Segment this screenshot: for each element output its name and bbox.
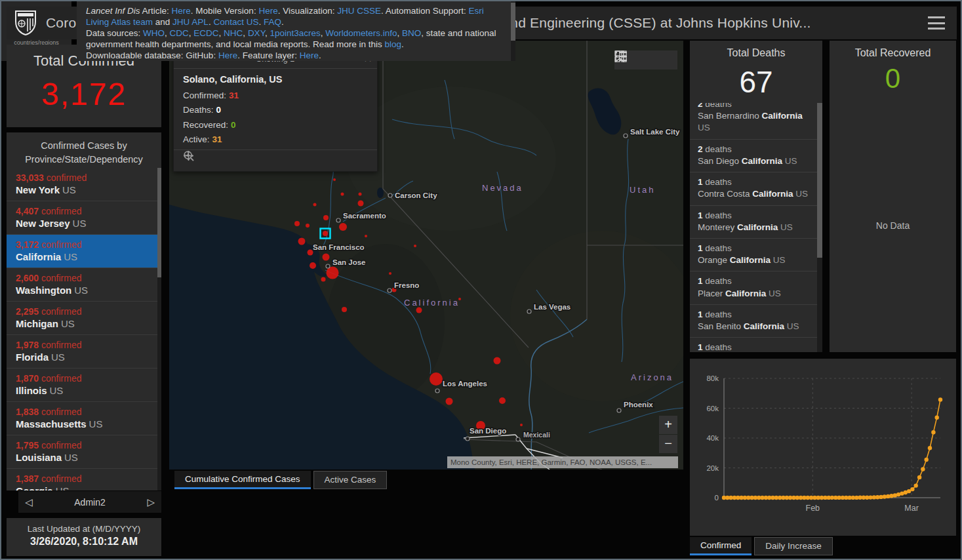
city-dot (336, 218, 340, 222)
total-deaths-panel: Total Deaths 67 2 deathsSan Bernardino C… (690, 41, 822, 352)
no-data-label: No Data (830, 220, 956, 231)
case-dot[interactable] (333, 178, 336, 181)
case-dot[interactable] (414, 245, 416, 247)
city-label: San Jose (332, 258, 366, 266)
footer-text-segment: Downloadable database: GitHub: (86, 50, 218, 60)
svg-text:80k: 80k (706, 374, 719, 382)
chart-tab-daily-increase[interactable]: Daily Increase (754, 537, 833, 555)
deaths-list-item[interactable]: 1 deathsOrange California US (690, 239, 817, 271)
city-label: Carson City (395, 191, 437, 199)
case-dot[interactable] (358, 201, 364, 207)
chart-tab-confirmed[interactable]: Confirmed (690, 537, 752, 555)
confirmed-list-item[interactable]: 2,600confirmedWashingtonUS (7, 268, 157, 302)
case-dot[interactable] (416, 308, 422, 313)
city-dot (516, 437, 520, 441)
confirmed-cases-panel: Confirmed Cases by Province/State/Depend… (7, 132, 161, 490)
case-dot[interactable] (323, 215, 329, 220)
case-dot[interactable] (339, 223, 347, 231)
popup-footer (174, 150, 377, 171)
chart-tabs: ConfirmedDaily Increase (690, 537, 835, 555)
deaths-list-item[interactable]: 1 deathsPlacer California US (690, 271, 817, 304)
footer-link[interactable]: CDC (170, 28, 189, 38)
zoom-to-icon[interactable] (183, 150, 195, 162)
state-label: California (404, 298, 460, 308)
city-dot (388, 289, 391, 292)
deaths-list-item[interactable]: 2 deathsSan Bernardino California US (690, 103, 817, 140)
total-recovered-value: 0 (830, 63, 956, 94)
zoom-out-button[interactable]: − (659, 435, 677, 453)
footer-link[interactable]: DXY (248, 28, 265, 38)
case-dot[interactable] (323, 231, 328, 236)
case-dot[interactable] (359, 193, 362, 196)
case-dot[interactable] (341, 193, 344, 196)
popup-title: Solano, California, US (183, 74, 368, 85)
footer-link[interactable]: NHC (224, 28, 243, 38)
case-dot[interactable] (310, 262, 316, 269)
case-dot[interactable] (365, 235, 367, 237)
state-label: Arizona (631, 372, 673, 382)
footer-link[interactable]: Here (172, 6, 191, 16)
zoom-in-button[interactable]: + (659, 416, 677, 434)
footer-link[interactable]: JHU CSSE (337, 6, 381, 16)
case-dot[interactable] (389, 272, 391, 275)
deaths-list-item[interactable]: 1 deathsMonterey California US (690, 206, 817, 239)
city-dot (388, 193, 392, 197)
last-updated-panel: Last Updated at (M/D/YYYY) 3/26/2020, 8:… (7, 518, 161, 556)
case-dot[interactable] (494, 357, 501, 365)
case-dot[interactable] (430, 372, 443, 386)
state-label: Utah (630, 185, 655, 195)
footer-link[interactable]: WHO (143, 28, 165, 38)
footer-link[interactable]: JHU APL (172, 17, 209, 27)
case-dot[interactable] (298, 238, 306, 245)
footer-link[interactable]: Here (218, 50, 237, 60)
case-dot[interactable] (499, 397, 506, 404)
total-confirmed-value: 3,172 (7, 76, 161, 112)
city-label: San Francisco (313, 243, 365, 251)
svg-text:0: 0 (715, 494, 719, 502)
confirmed-list-item[interactable]: 1,838confirmedMassachusettsUS (7, 402, 157, 435)
map-tab-active-cases[interactable]: Active Cases (313, 471, 388, 489)
pager-prev-icon[interactable]: ◁ (25, 496, 33, 508)
deaths-list-item[interactable]: 1 deathsContra Costa California US (690, 172, 817, 205)
case-dot[interactable] (323, 254, 330, 261)
footer-link[interactable]: blog (385, 39, 402, 49)
confirmed-list-item[interactable]: 1,795confirmedLouisianaUS (7, 435, 157, 469)
case-dot[interactable] (294, 221, 300, 226)
deaths-list-item[interactable]: 2 deathsSan Diego California US (690, 140, 817, 172)
deaths-list-scrollbar[interactable] (817, 103, 822, 352)
confirmed-list-scrollbar[interactable] (157, 168, 161, 490)
footer-scrollbar[interactable] (511, 1, 515, 61)
footer-text-segment: . (258, 17, 264, 27)
map-tab-cumulative-confirmed-cases[interactable]: Cumulative Confirmed Cases (174, 471, 311, 489)
case-dot[interactable] (520, 424, 523, 426)
footer-credits: Lancet Inf Dis Article: Here. Mobile Ver… (77, 1, 515, 61)
confirmed-list-item[interactable]: 1,387confirmedGeorgiaUS (7, 469, 157, 490)
footer-link[interactable]: Here (258, 6, 277, 16)
case-dot[interactable] (342, 307, 347, 312)
footer-link[interactable]: Contact US (213, 17, 258, 27)
confirmed-list-item[interactable]: 1,978confirmedFloridaUS (7, 335, 157, 369)
case-dot[interactable] (446, 398, 453, 405)
confirmed-list-item[interactable]: 3,172confirmedCaliforniaUS (7, 235, 157, 268)
footer-link[interactable]: BNO (402, 28, 421, 38)
hamburger-menu-icon[interactable] (928, 16, 945, 30)
confirmed-list-item[interactable]: 1,870confirmedIllinoisUS (7, 369, 157, 402)
footer-text-segment: , (165, 28, 170, 38)
case-dot[interactable] (306, 224, 310, 228)
footer-link[interactable]: Here (300, 50, 319, 60)
basemap-grid-icon[interactable] (614, 50, 628, 62)
footer-link[interactable]: Worldometers.info (325, 28, 397, 38)
footer-text-segment: Lancet Inf Dis (86, 6, 140, 16)
footer-link[interactable]: 1point3acres (270, 28, 320, 38)
confirmed-list-item[interactable]: 4,407confirmedNew JerseyUS (7, 201, 157, 235)
confirmed-list-item[interactable]: 33,033confirmedNew YorkUS (7, 168, 157, 201)
footer-link[interactable]: ECDC (193, 28, 218, 38)
deaths-list-item[interactable]: 1 deathsSan Benito California US (690, 305, 817, 338)
case-dot[interactable] (313, 203, 317, 207)
case-dot[interactable] (321, 277, 326, 282)
confirmed-list-item[interactable]: 2,295confirmedMichiganUS (7, 302, 157, 335)
map-canvas[interactable]: NevadaCaliforniaUtahArizonaCarson CitySa… (169, 41, 683, 470)
pager-next-icon[interactable]: ▷ (147, 496, 155, 508)
deaths-list-item[interactable]: 1 deathsSan Francisco California US (690, 338, 817, 352)
footer-link[interactable]: FAQ (264, 17, 281, 27)
